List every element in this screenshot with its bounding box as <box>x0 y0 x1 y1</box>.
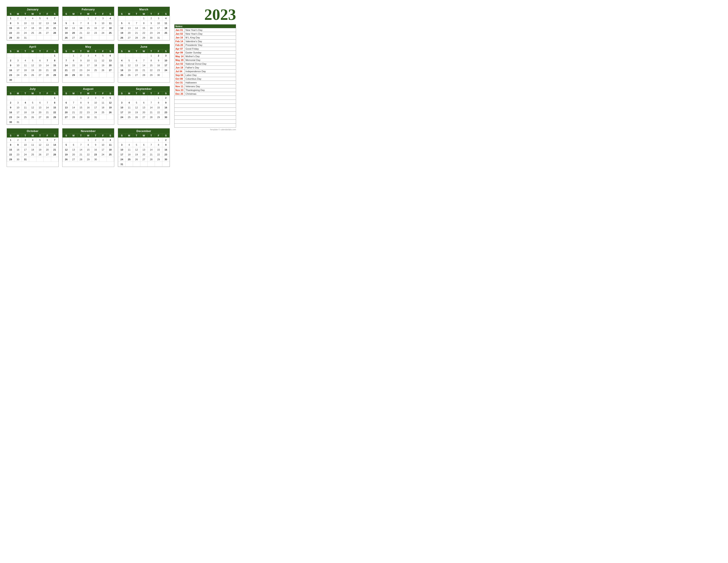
notes-blank-row <box>174 96 236 100</box>
calendar-day: 20 <box>140 152 147 157</box>
calendar-day: 20 <box>36 110 44 115</box>
calendar-day: 4 <box>162 16 169 21</box>
calendar-day <box>44 35 51 40</box>
calendar-day <box>107 115 114 120</box>
notes-blank-row <box>174 104 236 108</box>
calendar-day: 26 <box>133 157 140 162</box>
calendar-day: 29 <box>70 73 77 77</box>
calendar-day: 11 <box>29 142 36 147</box>
notes-blank-cell <box>174 96 236 100</box>
weekday-header: M <box>14 49 22 53</box>
calendar-day <box>14 53 22 58</box>
calendar-day <box>22 53 29 58</box>
notes-event: Thanksgiving Day <box>184 88 236 92</box>
calendar-day: 26 <box>99 68 107 73</box>
calendar-day: 24 <box>118 157 126 162</box>
calendar-day: 29 <box>148 73 155 77</box>
notes-event: Memorial Day <box>184 58 236 62</box>
notes-row: Dec 25Christmas <box>174 92 236 96</box>
weekday-header: F <box>155 134 162 137</box>
calendar-day: 5 <box>63 21 70 26</box>
calendar-week-row: 19202122232425 <box>118 30 170 35</box>
notes-date: Apr 09 <box>174 51 185 55</box>
calendar-day: 30 <box>7 77 14 82</box>
calendar-day: 30 <box>14 35 22 40</box>
calendar-day: 26 <box>63 35 70 40</box>
calendar-day: 25 <box>126 115 133 120</box>
weekday-header: S <box>118 134 126 137</box>
calendar-day: 19 <box>36 26 44 30</box>
notes-row: Feb 20Presidents' Day <box>174 43 236 47</box>
calendar-day: 2 <box>162 95 169 100</box>
notes-event: Presidents' Day <box>184 43 236 47</box>
calendar-day: 18 <box>107 147 114 152</box>
calendar-day <box>155 162 162 167</box>
calendar-day: 15 <box>77 105 84 110</box>
calendar-day: 25 <box>29 152 36 157</box>
calendar-day <box>77 16 84 21</box>
calendar-day: 20 <box>36 68 44 73</box>
calendar-day: 23 <box>92 30 99 35</box>
calendar-day: 23 <box>162 152 169 157</box>
calendar-day: 4 <box>92 53 99 58</box>
calendar-day: 6 <box>107 53 114 58</box>
notes-event: New Year's Day <box>184 32 236 36</box>
calendar-day: 19 <box>133 110 140 115</box>
calendar-day: 21 <box>70 110 77 115</box>
calendar-week-row: 1234567 <box>7 16 58 21</box>
calendar-day: 5 <box>133 100 140 105</box>
calendar-week-row: 13141516171819 <box>63 105 114 110</box>
calendar-day <box>14 77 22 82</box>
calendar-day <box>51 77 58 82</box>
calendar-table-april: SMTWTFS123456789101112131415161718192021… <box>7 49 58 82</box>
calendar-header-august: August <box>62 86 114 91</box>
calendar-day: 19 <box>126 68 133 73</box>
calendar-day <box>133 16 140 21</box>
calendar-day: 3 <box>92 95 99 100</box>
calendar-day: 9 <box>148 21 155 26</box>
calendar-day: 13 <box>140 105 147 110</box>
calendar-day: 13 <box>63 105 70 110</box>
calendar-week-row: 12 <box>118 95 170 100</box>
calendar-table-october: SMTWTFS123456789101112131415161718192021… <box>7 133 58 162</box>
weekday-header: S <box>162 49 169 53</box>
calendar-day: 20 <box>70 152 77 157</box>
notes-row: Jun 02National Donut Day <box>174 62 236 66</box>
calendar-day: 11 <box>22 105 29 110</box>
calendar-day: 12 <box>36 21 44 26</box>
calendar-day: 24 <box>14 115 22 120</box>
calendar-day: 14 <box>44 63 51 68</box>
calendar-day: 3 <box>84 53 92 58</box>
calendar-day: 7 <box>44 100 51 105</box>
weekday-header: S <box>51 12 58 16</box>
notes-date: Jan 01 <box>174 28 185 32</box>
calendar-day <box>148 137 155 142</box>
calendar-day <box>22 95 29 100</box>
calendar-day: 5 <box>36 137 44 142</box>
calendar-day: 11 <box>22 63 29 68</box>
calendar-week-row: 22232425262728 <box>7 30 58 35</box>
calendar-day <box>92 73 99 77</box>
calendar-day: 25 <box>92 68 99 73</box>
calendar-week-row: 9101112131415 <box>7 105 58 110</box>
weekday-header: T <box>36 134 44 137</box>
calendar-day: 8 <box>84 142 92 147</box>
calendar-day: 12 <box>29 63 36 68</box>
notes-row: Feb 14Valentine's Day <box>174 39 236 43</box>
weekday-header: M <box>70 134 77 137</box>
calendar-day: 28 <box>133 35 140 40</box>
calendar-day: 18 <box>126 110 133 115</box>
calendar-week-row: 15161718192021 <box>7 26 58 30</box>
calendar-day: 12 <box>107 100 114 105</box>
calendar-day: 11 <box>29 21 36 26</box>
calendar-day: 10 <box>84 58 92 63</box>
calendar-day: 1 <box>7 137 14 142</box>
calendar-day <box>22 120 29 124</box>
calendar-february: FebruarySMTWTFS1234567891011121314151617… <box>62 7 114 40</box>
calendar-day: 19 <box>36 147 44 152</box>
weekday-header: T <box>148 92 155 95</box>
calendar-week-row: 14151617181920 <box>63 63 114 68</box>
calendar-day: 18 <box>99 105 107 110</box>
calendar-day: 18 <box>22 110 29 115</box>
calendar-day: 18 <box>107 26 114 30</box>
